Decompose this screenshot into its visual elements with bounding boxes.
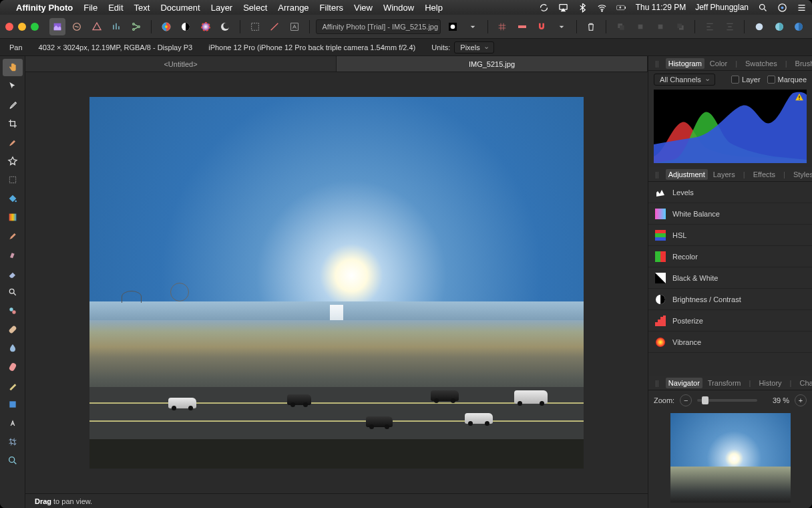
adjustment-vibrance[interactable]: Vibrance <box>648 332 812 353</box>
histogram-channel-dropdown[interactable]: All Channels <box>654 74 715 86</box>
tool-crop[interactable] <box>3 115 23 132</box>
tool-mesh-warp[interactable] <box>3 433 23 451</box>
tool-paint-brush[interactable] <box>3 227 23 245</box>
help-icon[interactable] <box>771 18 787 35</box>
menu-edit[interactable]: Edit <box>108 3 123 13</box>
menu-text[interactable]: Text <box>134 3 150 13</box>
moon-icon[interactable] <box>217 18 233 35</box>
tool-zoom[interactable] <box>3 452 23 469</box>
ruler-icon[interactable] <box>514 18 530 35</box>
tab-adjustment[interactable]: Adjustment <box>666 169 708 180</box>
tool-pen[interactable] <box>3 377 23 394</box>
adjustment-hsl[interactable]: HSL <box>648 225 812 246</box>
adjustment-white-balance[interactable]: White Balance <box>648 203 812 225</box>
tool-flood-fill[interactable] <box>3 190 23 207</box>
tool-gradient[interactable] <box>3 209 23 226</box>
persona-tone[interactable] <box>109 18 125 35</box>
mask-icon[interactable] <box>445 18 461 35</box>
tab-navigator[interactable]: Navigator <box>666 378 702 388</box>
tab-untitled[interactable]: <Untitled> <box>25 56 337 72</box>
persona-develop[interactable] <box>89 18 105 35</box>
units-dropdown[interactable]: Pixels <box>454 41 493 53</box>
battery-icon[interactable] <box>616 3 626 13</box>
hue-wheel-icon[interactable] <box>198 18 214 35</box>
tool-pixel[interactable] <box>3 246 23 263</box>
menu-select[interactable]: Select <box>243 3 267 13</box>
menu-arrange[interactable]: Arrange <box>278 3 309 13</box>
tab-histogram[interactable]: Histogram <box>666 58 704 69</box>
trash-icon[interactable] <box>584 18 600 35</box>
snap-icon[interactable] <box>534 18 550 35</box>
layer-checkbox[interactable] <box>731 76 739 84</box>
adjustment-black-white[interactable]: Black & White <box>648 267 812 289</box>
tool-move[interactable] <box>3 78 23 95</box>
persona-liquify[interactable] <box>69 18 85 35</box>
marquee-checkbox[interactable] <box>767 76 775 84</box>
control-center-icon[interactable] <box>797 3 807 13</box>
tool-clone[interactable] <box>3 302 23 320</box>
contrast-icon[interactable] <box>178 18 194 35</box>
zoom-out-button[interactable]: − <box>680 394 692 406</box>
siri-icon[interactable] <box>777 3 787 13</box>
persona-photo[interactable] <box>49 18 65 35</box>
adjustment-levels[interactable]: Levels <box>648 182 812 203</box>
arrange-front-icon[interactable] <box>672 18 688 35</box>
spotlight-icon[interactable] <box>758 3 768 13</box>
tool-blur[interactable] <box>3 340 23 357</box>
tool-inpainting[interactable] <box>3 358 23 376</box>
selection-icon[interactable] <box>247 18 263 35</box>
tool-swatch[interactable] <box>3 396 23 413</box>
tab-swatches[interactable]: Swatches <box>743 58 780 69</box>
tool-view-hand[interactable] <box>3 59 23 76</box>
menu-document[interactable]: Document <box>160 3 200 13</box>
refine-icon[interactable] <box>266 18 282 35</box>
menu-view[interactable]: View <box>354 3 373 13</box>
auto-icon[interactable] <box>286 18 302 35</box>
tab-img[interactable]: IMG_5215.jpg <box>337 56 648 72</box>
tool-dodge[interactable] <box>3 283 23 301</box>
dropdown-arrow-icon[interactable] <box>554 18 570 35</box>
tab-channels[interactable]: Channels <box>797 378 812 388</box>
tab-effects[interactable]: Effects <box>751 169 778 180</box>
navigator-thumbnail[interactable] <box>670 413 791 503</box>
assistant-icon[interactable] <box>751 18 767 35</box>
sync-icon[interactable] <box>539 3 549 13</box>
menu-layer[interactable]: Layer <box>211 3 233 13</box>
persona-export[interactable] <box>128 18 144 35</box>
clock[interactable]: Thu 11:29 PM <box>636 3 686 12</box>
close-window[interactable] <box>5 23 13 31</box>
tab-brushes[interactable]: Brushes <box>793 58 812 69</box>
arrange-back-icon[interactable] <box>613 18 629 35</box>
zoom-slider[interactable] <box>697 399 757 402</box>
panel-collapse-icon[interactable]: || <box>652 169 662 180</box>
dropdown-arrow-icon[interactable] <box>465 18 481 35</box>
panel-collapse-icon[interactable]: || <box>652 58 662 69</box>
tool-marquee[interactable] <box>3 171 23 188</box>
bluetooth-icon[interactable] <box>578 3 588 13</box>
tool-healing[interactable] <box>3 321 23 338</box>
menu-filters[interactable]: Filters <box>320 3 343 13</box>
tab-color[interactable]: Color <box>707 58 730 69</box>
minimize-window[interactable] <box>18 23 26 31</box>
zoom-in-button[interactable]: + <box>795 394 807 406</box>
airplay-icon[interactable] <box>558 3 568 13</box>
tab-layers[interactable]: Layers <box>710 169 738 180</box>
zoom-window[interactable] <box>31 23 39 31</box>
menu-window[interactable]: Window <box>383 3 414 13</box>
adjustment-recolor[interactable]: Recolor <box>648 246 812 267</box>
tool-selection-brush[interactable] <box>3 134 23 151</box>
tool-erase[interactable] <box>3 265 23 282</box>
grid-icon[interactable] <box>495 18 511 35</box>
adjustment-brightness[interactable]: Brightness / Contrast <box>648 289 812 310</box>
tool-flood-select[interactable] <box>3 152 23 170</box>
tool-eyedropper[interactable] <box>3 96 23 114</box>
panel-collapse-icon[interactable]: || <box>652 378 662 388</box>
tab-history[interactable]: History <box>756 378 784 388</box>
color-wheel-icon[interactable] <box>158 18 174 35</box>
account-icon[interactable] <box>791 18 807 35</box>
adjustment-posterize[interactable]: Posterize <box>648 310 812 332</box>
menu-file[interactable]: File <box>83 3 97 13</box>
user-name[interactable]: Jeff Phungglan <box>695 3 749 12</box>
app-menu[interactable]: Affinity Photo <box>16 3 73 13</box>
tab-styles[interactable]: Styles <box>791 169 812 180</box>
